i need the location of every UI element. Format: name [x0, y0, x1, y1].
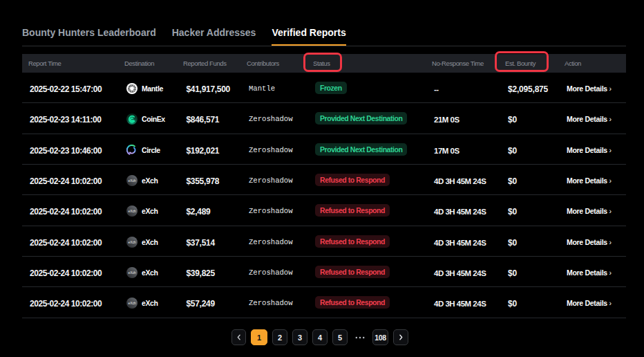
svg-text:eXch: eXch [129, 271, 136, 275]
svg-text:eXch: eXch [129, 210, 136, 213]
svg-text:eXch: eXch [129, 179, 136, 183]
svg-text:eXch: eXch [129, 241, 136, 244]
svg-text:eXch: eXch [129, 302, 136, 305]
